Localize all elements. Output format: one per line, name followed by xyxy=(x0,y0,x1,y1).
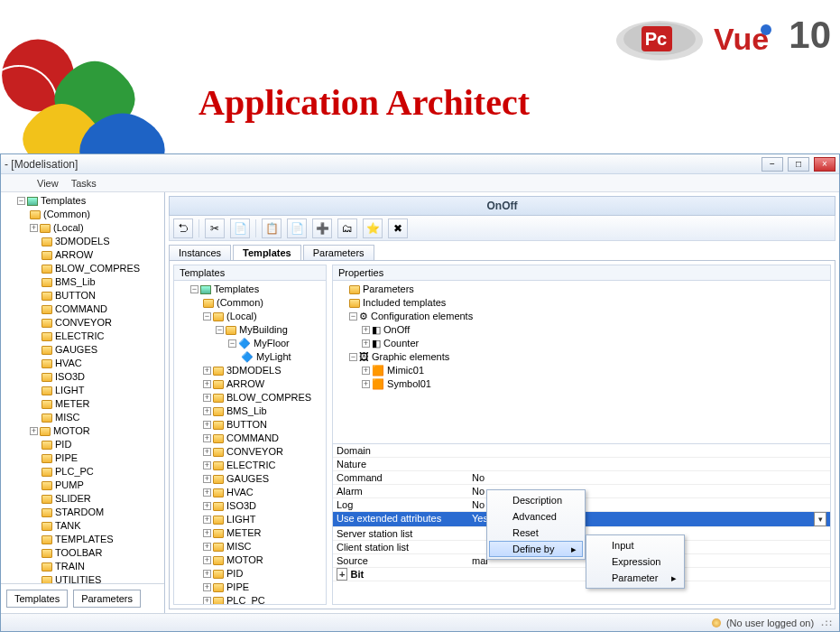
tree-item[interactable]: +ISO3D xyxy=(203,499,324,513)
tree-item[interactable]: +BMS_Lib xyxy=(203,404,324,418)
tree-item[interactable]: PLC_PC xyxy=(30,465,162,479)
tree-item[interactable]: CONVEYOR xyxy=(30,316,162,330)
expander-icon[interactable]: + xyxy=(362,380,370,388)
menu-item[interactable]: Define by▸ xyxy=(489,541,583,557)
tree-item[interactable]: +BUTTON xyxy=(203,418,324,432)
tree-item[interactable]: +🟧 Mimic01 xyxy=(362,364,828,377)
tree-item[interactable]: +MOTOR xyxy=(203,553,324,567)
expander-icon[interactable]: − xyxy=(216,326,224,334)
property-row[interactable]: Domain xyxy=(333,444,830,458)
expander-icon[interactable]: + xyxy=(203,394,211,402)
tree-item[interactable]: +PID xyxy=(203,567,324,581)
tree-item[interactable]: +MOTOR xyxy=(30,424,162,438)
tree-item[interactable]: 🔷 MyLight xyxy=(241,350,324,364)
tree-item[interactable]: (Common) xyxy=(30,208,162,221)
tree-item[interactable]: +◧ Counter xyxy=(362,337,828,350)
tree-item[interactable]: +PLC_PC xyxy=(203,594,324,604)
tree-item[interactable]: PID xyxy=(30,438,162,451)
tree-item[interactable]: +PIPE xyxy=(203,581,324,594)
tree-item[interactable]: +ARROW xyxy=(203,377,324,391)
paste-icon[interactable]: 📋 xyxy=(262,218,282,238)
menu-item[interactable]: Advanced xyxy=(489,508,583,525)
expander-icon[interactable]: + xyxy=(203,570,211,578)
tree-item[interactable]: ARROW xyxy=(30,248,162,262)
expander-icon[interactable]: + xyxy=(362,326,370,334)
tree-item[interactable]: METER xyxy=(30,397,162,411)
menu-view[interactable]: View xyxy=(37,178,59,189)
expander-icon[interactable]: + xyxy=(30,427,38,435)
tab-parameters-btn[interactable]: Parameters xyxy=(73,590,141,608)
tree-item[interactable]: 3DMODELS xyxy=(30,235,162,248)
tree-item[interactable]: −Templates xyxy=(190,283,324,296)
maximize-button[interactable]: □ xyxy=(788,157,809,172)
menu-item[interactable]: Expression xyxy=(588,553,682,570)
tree-item[interactable]: BMS_Lib xyxy=(30,275,162,289)
expander-icon[interactable]: − xyxy=(203,312,211,321)
property-row[interactable]: Nature xyxy=(333,458,830,471)
expander-icon[interactable]: + xyxy=(203,516,211,524)
property-row[interactable]: +Bit xyxy=(333,568,830,581)
tab-instances[interactable]: Instances xyxy=(169,245,231,260)
expander-icon[interactable]: + xyxy=(203,529,211,537)
left-tree[interactable]: −Templates(Common)+(Local)3DMODELSARROWB… xyxy=(1,192,164,583)
new-doc-icon[interactable]: 📄 xyxy=(287,218,307,238)
tree-item[interactable]: +METER xyxy=(203,526,324,540)
tree-item[interactable]: +CONVEYOR xyxy=(203,445,324,459)
properties-tree[interactable]: ParametersIncluded templates−⚙ Configura… xyxy=(333,281,830,443)
expander-icon[interactable]: + xyxy=(203,407,211,415)
tab-parameters[interactable]: Parameters xyxy=(303,245,374,260)
tree-item[interactable]: Included templates xyxy=(349,296,828,310)
tree-item[interactable]: −🖼 Graphic elements xyxy=(349,350,828,364)
expander-icon[interactable]: − xyxy=(228,339,236,348)
tree-item[interactable]: COMMAND xyxy=(30,302,162,316)
expander-icon[interactable]: + xyxy=(30,224,38,232)
tree-item[interactable]: HVAC xyxy=(30,357,162,370)
add-green-icon[interactable]: ➕ xyxy=(312,218,332,238)
tree-item[interactable]: +🟧 Symbol01 xyxy=(362,377,828,391)
cut-icon[interactable]: ✂ xyxy=(205,218,225,238)
tree-item[interactable]: −MyBuilding xyxy=(216,323,324,337)
star-icon[interactable]: ⭐ xyxy=(363,218,383,238)
expander-icon[interactable]: + xyxy=(203,583,211,591)
tree-item[interactable]: +GAUGES xyxy=(203,472,324,486)
expander-icon[interactable]: + xyxy=(203,543,211,551)
expander-icon[interactable]: + xyxy=(203,461,211,469)
tree-item[interactable]: +HVAC xyxy=(203,486,324,499)
delete-icon[interactable]: ✖ xyxy=(388,218,408,238)
copy-icon[interactable]: 📄 xyxy=(230,218,250,238)
tree-item[interactable]: +MISC xyxy=(203,540,324,553)
expander-icon[interactable]: + xyxy=(203,448,211,456)
menu-item[interactable]: Reset xyxy=(489,525,583,541)
overlay-icon[interactable]: 🗂 xyxy=(337,218,357,238)
expander-icon[interactable]: + xyxy=(203,367,211,375)
close-button[interactable]: × xyxy=(814,157,835,172)
menu-item[interactable]: Parameter▸ xyxy=(588,570,682,586)
expander-icon[interactable]: + xyxy=(203,434,211,442)
expander-icon[interactable]: + xyxy=(203,488,211,497)
tree-item[interactable]: UTILITIES xyxy=(30,573,162,583)
tree-item[interactable]: −(Local) xyxy=(203,310,324,323)
minimize-button[interactable]: − xyxy=(762,157,783,172)
expander-icon[interactable]: + xyxy=(203,556,211,564)
tree-item[interactable]: GAUGES xyxy=(30,343,162,357)
expander-icon[interactable]: + xyxy=(203,502,211,510)
expander-icon[interactable]: − xyxy=(190,285,198,293)
tab-templates[interactable]: Templates xyxy=(233,245,301,260)
menu-tasks[interactable]: Tasks xyxy=(71,178,97,189)
tree-item[interactable]: −🔷 MyFloor xyxy=(228,337,324,350)
expander-icon[interactable]: + xyxy=(362,367,370,375)
expander-icon[interactable]: + xyxy=(362,339,370,348)
tree-item[interactable]: +BLOW_COMPRES xyxy=(203,391,324,404)
tree-item[interactable]: LIGHT xyxy=(30,384,162,397)
expander-icon[interactable]: − xyxy=(17,197,25,205)
tree-item[interactable]: (Common) xyxy=(203,296,324,310)
menu-item[interactable]: Description xyxy=(489,492,583,508)
expander-icon[interactable]: + xyxy=(203,597,211,604)
context-menu[interactable]: DescriptionAdvancedResetDefine by▸ xyxy=(486,489,586,560)
tree-item[interactable]: MISC xyxy=(30,411,162,424)
tree-item[interactable]: TEMPLATES xyxy=(30,533,162,546)
expander-icon[interactable]: − xyxy=(349,353,357,361)
expander-icon[interactable]: + xyxy=(203,475,211,483)
titlebar[interactable]: - [Modelisation] − □ × xyxy=(1,154,839,174)
tree-item[interactable]: −Templates xyxy=(17,194,162,208)
